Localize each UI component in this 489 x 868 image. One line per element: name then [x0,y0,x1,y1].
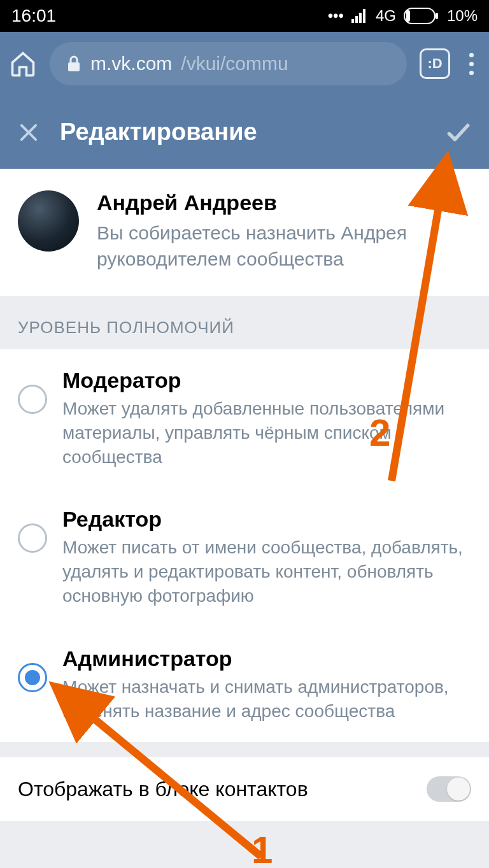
status-bar: 16:01 ••• 4G 10% [0,0,489,32]
svg-rect-2 [406,10,410,22]
page-title: Редактирование [60,118,425,146]
option-editor[interactable]: Редактор Может писать от имени сообществ… [0,488,489,627]
network-label: 4G [376,7,396,25]
option-title: Администратор [62,646,471,671]
url-path: /vkui/commu [181,53,288,75]
option-title: Редактор [62,507,471,532]
user-description: Вы собираетесь назначить Андрея руководи… [97,220,471,272]
svg-rect-1 [436,13,438,19]
lock-icon [66,55,82,73]
page-header: Редактирование [0,96,489,169]
user-block: Андрей Андреев Вы собираетесь назначить … [0,169,489,296]
toggle-label: Отображать в блоке контактов [18,778,308,801]
confirm-icon[interactable] [444,118,472,146]
browser-menu-icon[interactable] [463,53,480,75]
radio-moderator[interactable] [18,385,47,414]
annotation-number-2: 2 [369,411,390,455]
permissions-section-header: УРОВЕНЬ ПОЛНОМОЧИЙ [0,296,489,349]
option-description: Может назначать и снимать администраторо… [62,675,471,723]
signal-icon [351,9,368,23]
status-right: ••• 4G 10% [328,7,478,25]
radio-editor[interactable] [18,523,47,553]
annotation-number-1: 1 [252,828,273,868]
option-administrator[interactable]: Администратор Может назначать и снимать … [0,627,489,743]
svg-rect-3 [68,62,80,71]
status-time: 16:01 [11,6,56,26]
status-dots-icon: ••• [328,7,344,25]
permissions-options: Модератор Может удалять добавленные поль… [0,349,489,742]
show-in-contacts-row: Отображать в блоке контактов [0,757,489,821]
home-icon[interactable] [9,50,37,78]
url-domain: m.vk.com [90,53,172,75]
show-in-contacts-toggle[interactable] [427,776,471,802]
option-moderator[interactable]: Модератор Может удалять добавленные поль… [0,349,489,488]
avatar [18,190,79,252]
battery-percent: 10% [447,7,478,25]
radio-administrator[interactable] [18,663,47,692]
option-description: Может удалять добавленные пользователями… [62,397,471,469]
option-title: Модератор [62,368,471,393]
tabs-glyph: :D [427,55,442,72]
option-description: Может писать от имени сообщества, добавл… [62,536,471,608]
url-bar[interactable]: m.vk.com/vkui/commu [50,42,407,85]
user-name: Андрей Андреев [97,190,471,215]
close-icon[interactable] [17,120,41,145]
battery-icon [404,8,439,24]
browser-bar: m.vk.com/vkui/commu :D [0,32,489,96]
tabs-button[interactable]: :D [420,48,450,79]
